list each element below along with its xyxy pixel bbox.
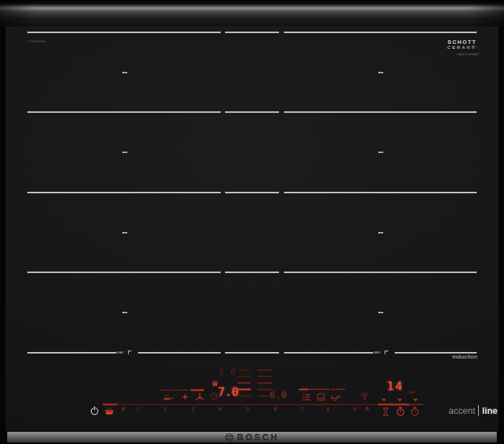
stopwatch-icon[interactable]: [411, 407, 419, 416]
slider-number-4[interactable]: 4: [219, 407, 221, 412]
fan-icon[interactable]: [196, 393, 204, 402]
made-in-label: MADE IN GERMANY: [458, 53, 480, 55]
pan-center-mark: [378, 312, 383, 313]
schott-line2: CERAN®: [447, 45, 477, 51]
zone-line: [225, 352, 279, 353]
slider-track[interactable]: [117, 404, 301, 405]
pan-size-corner-icon: [385, 351, 388, 354]
pan-pot-icon[interactable]: [104, 407, 114, 415]
sparkle-icon[interactable]: [181, 393, 189, 401]
pan-center-mark: [378, 152, 383, 153]
zone-line: [138, 352, 221, 353]
front-trim: BOSCH: [7, 432, 497, 443]
slider-track[interactable]: [301, 404, 343, 405]
bosch-emblem-icon: [225, 433, 234, 442]
pan-center-mark: [122, 72, 127, 73]
pointer-down-icon: [398, 399, 402, 402]
induction-label: induction: [452, 353, 477, 360]
zone-line: [284, 272, 477, 273]
slider-number-0[interactable]: 0: [122, 407, 124, 412]
zone-line: [27, 111, 221, 113]
accentline-branding: accent line: [449, 405, 498, 416]
zone-line: [284, 111, 477, 113]
function-indicator: [175, 389, 188, 391]
pan-window-icon[interactable]: [317, 393, 325, 401]
schott-line1: SCHOTT: [447, 39, 477, 45]
timer-display: 14: [387, 381, 403, 392]
hourglass-icon[interactable]: [382, 407, 389, 416]
slider-dot: ·: [287, 408, 290, 412]
slider-dot: ·: [150, 408, 152, 412]
slider-number-3[interactable]: 3: [191, 407, 194, 412]
schott-ceran-logo: SCHOTT CERAN®: [447, 39, 477, 51]
function-indicator: [160, 389, 173, 391]
pan-max-mark-left: MAX: [117, 349, 132, 356]
divider: [478, 405, 480, 416]
bosch-logo-text: BOSCH: [237, 433, 279, 443]
function-indicator-active: [299, 389, 308, 390]
slider-dot: ·: [232, 408, 235, 412]
clock-icon[interactable]: [210, 392, 218, 400]
function-indicator-active: [191, 389, 204, 391]
level-display-primary: 7.0: [218, 387, 239, 398]
max-label: MAX: [117, 351, 124, 354]
pan-center-mark: [122, 312, 127, 313]
slider-number-9[interactable]: 9: [353, 407, 356, 412]
level-display-secondary: 5.0: [219, 367, 235, 376]
zone-line: [225, 272, 279, 273]
zone-line: [27, 272, 221, 273]
zone-line: [225, 32, 279, 33]
slider-track[interactable]: [343, 404, 378, 405]
glass-model-code: VI070RER06: [27, 40, 45, 43]
menu-lines-icon[interactable]: [303, 394, 311, 401]
slider-number-8[interactable]: 8: [326, 407, 329, 412]
pan-size-corner-icon: [128, 351, 132, 354]
move-pan-icon[interactable]: [331, 394, 342, 401]
slider-dot: ·: [313, 408, 316, 412]
pan-center-mark: [378, 72, 383, 73]
slider-number-1[interactable]: 1: [136, 407, 139, 412]
zone-line: [27, 32, 221, 33]
zone-line: [27, 192, 221, 193]
pointer-down-icon: [413, 399, 418, 402]
pot-icon: [211, 380, 219, 387]
zone-line: [284, 32, 477, 33]
slider-number-7[interactable]: 7: [301, 407, 303, 412]
max-label: MAX: [374, 351, 380, 354]
boost-key[interactable]: max: [363, 407, 372, 414]
slider-dot: ·: [205, 408, 208, 412]
level-display-right: 6.0: [270, 390, 286, 399]
slider-number-2[interactable]: 2: [163, 407, 166, 412]
top-bezel: [0, 0, 504, 27]
pointer-down-icon: [382, 399, 386, 402]
kitchen-timer-icon[interactable]: [396, 407, 405, 416]
glass-surface: [6, 27, 498, 431]
function-indicator: [331, 389, 345, 390]
slider-track-active[interactable]: [378, 404, 409, 405]
pan-center-mark: [122, 232, 127, 233]
timer-unit: min: [409, 392, 415, 394]
wifi-icon[interactable]: [359, 392, 370, 400]
slider-dot: ·: [260, 408, 262, 412]
slider-dot: ·: [177, 408, 180, 412]
pan-max-mark-right: MAX: [374, 349, 388, 356]
slider-track[interactable]: [409, 404, 423, 405]
slider-track[interactable]: [103, 404, 117, 405]
line-label: line: [482, 406, 498, 416]
zone-line: [284, 192, 477, 193]
induction-cooktop: VI070RER06 SCHOTT CERAN® MADE IN GERMANY…: [0, 0, 504, 444]
slider-number-5[interactable]: 5: [246, 407, 249, 412]
zone-line: [284, 352, 373, 353]
zone-line: [225, 192, 279, 193]
slider-number-6[interactable]: 6: [274, 407, 277, 412]
function-indicator: [309, 389, 330, 390]
accent-label: accent: [449, 406, 475, 416]
boost-label: max: [365, 409, 370, 412]
zone-line: [225, 111, 279, 113]
frying-pan-icon[interactable]: [163, 394, 174, 402]
zone-line: [27, 352, 116, 353]
pan-center-mark: [378, 232, 383, 233]
pan-center-mark: [122, 152, 127, 153]
slider-dot: ·: [339, 408, 342, 412]
power-icon[interactable]: [90, 406, 99, 415]
